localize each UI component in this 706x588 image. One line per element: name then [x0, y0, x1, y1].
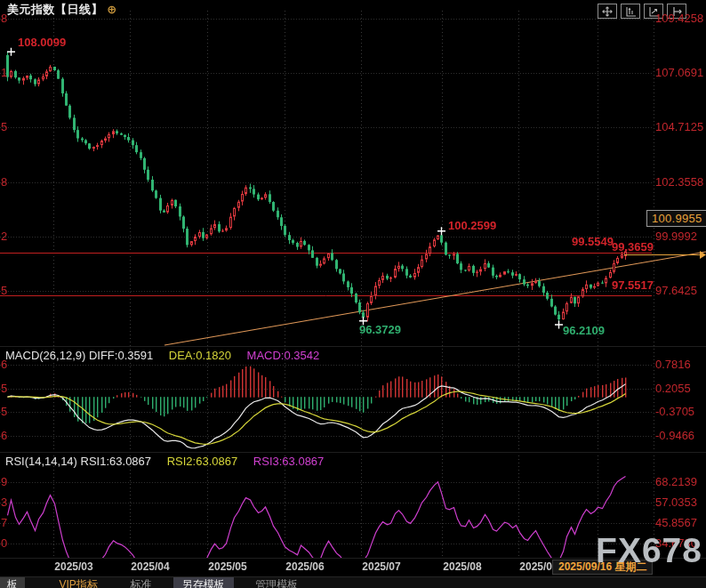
left-axis-digit: 6	[1, 429, 7, 442]
left-axis-digit: 5	[1, 284, 7, 297]
price-annotation: 99.3659	[612, 240, 654, 254]
template-tab-bar: 板 VIP指标 标准 另存模板 管理模板	[0, 576, 706, 588]
chart-window: 美元指数【日线】 ⊕ 109.42588107.06911104.7125510…	[0, 0, 706, 588]
expand-indicator-icon[interactable]: ⊕	[107, 3, 116, 16]
left-axis-digit: 5	[1, 120, 7, 133]
chart-canvas[interactable]	[0, 0, 706, 588]
left-axis-digit: 7	[1, 516, 7, 529]
left-axis-digit: 1	[1, 66, 7, 79]
x-axis-label: 2025/03	[54, 560, 92, 573]
macd-indicator-row[interactable]: MACD(26,12,9) DIFF:0.3591 DEA:0.1820 MAC…	[5, 349, 319, 362]
y-axis-label: 104.7125	[655, 120, 703, 133]
y-axis-label: 99.9992	[655, 230, 697, 243]
latest-price-box: 100.9955	[646, 210, 706, 227]
x-axis-label: 2025/07	[362, 560, 400, 573]
price-annotation: 99.5549	[572, 235, 614, 248]
left-axis-digit: 8	[1, 12, 7, 25]
macd-dea-label: DEA:0.1820	[169, 349, 231, 362]
x-axis-label: 2025/06	[285, 560, 324, 573]
y-axis-label: -0.9466	[655, 429, 694, 442]
left-axis-digit: 5	[1, 405, 7, 418]
y-axis-label: -0.3705	[655, 405, 694, 418]
left-axis-digit: 0	[1, 536, 7, 550]
y-axis-label: 68.2139	[655, 475, 697, 488]
tab-standard[interactable]: 标准	[121, 577, 160, 588]
rsi2-label: RSI2:63.0867	[167, 455, 238, 468]
y-axis-label: 97.6425	[655, 284, 697, 297]
tab-template-partial[interactable]: 板	[0, 577, 25, 588]
price-annotation: 100.2599	[448, 219, 496, 232]
y-axis-label: 0.7816	[655, 358, 691, 371]
y-axis-label: 109.4258	[655, 12, 703, 25]
left-axis-digit: 8	[1, 175, 7, 189]
rsi3-label: RSI3:63.0867	[253, 455, 325, 468]
rsi-params-label: RSI(14,14,14) RSI1:63.0867	[5, 455, 151, 468]
left-axis-digit: 9	[1, 475, 7, 488]
chart-title-row: 美元指数【日线】 ⊕	[7, 2, 117, 18]
latest-price-value: 100.9955	[652, 212, 702, 225]
left-axis-digit: 2	[1, 230, 7, 243]
instrument-title: 美元指数【日线】	[7, 3, 103, 16]
tab-save-template[interactable]: 另存模板	[173, 577, 234, 588]
price-annotation: 96.3729	[359, 323, 401, 336]
y-axis-label: 107.0691	[655, 66, 703, 79]
rsi-indicator-row[interactable]: RSI(14,14,14) RSI1:63.0867 RSI2:63.0867 …	[5, 455, 324, 468]
price-annotation: 96.2109	[563, 324, 605, 337]
y-axis-label: 0.2055	[655, 382, 691, 395]
macd-value-label: MACD:0.3542	[247, 349, 320, 362]
x-axis-label: 2025/05	[208, 560, 246, 573]
left-axis-digit: 3	[1, 495, 7, 509]
y-axis-label: 57.0353	[655, 495, 697, 509]
y-axis-label: 45.8567	[655, 516, 697, 529]
tab-vip-indicators[interactable]: VIP指标	[50, 577, 106, 588]
x-axis-label: 2025/08	[443, 560, 481, 573]
y-axis-scale-icon[interactable]	[621, 4, 640, 19]
y-axis-label: 102.3558	[655, 175, 703, 189]
macd-params-label: MACD(26,12,9) DIFF:0.3591	[5, 349, 153, 362]
x-axis-label: 2025/04	[131, 560, 169, 573]
price-annotation: 108.0099	[18, 36, 66, 49]
price-annotation: 97.5517	[612, 278, 654, 292]
fx678-watermark: FX678	[596, 531, 702, 570]
move-tool-icon[interactable]	[598, 4, 617, 19]
tab-manage-template[interactable]: 管理模板	[246, 577, 307, 588]
left-axis-digit: 5	[1, 382, 7, 395]
